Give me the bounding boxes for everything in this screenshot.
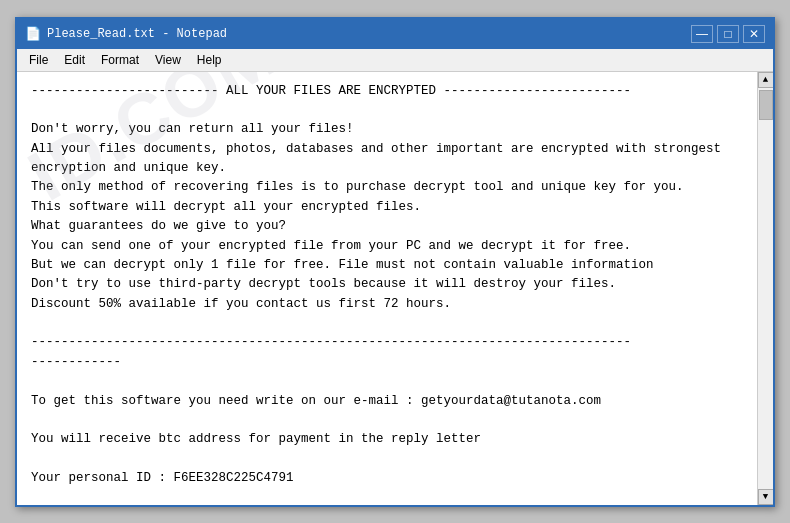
minimize-button[interactable]: — [691, 25, 713, 43]
scrollbar[interactable]: ▲ ▼ [757, 72, 773, 505]
title-bar-left: 📄 Please_Read.txt - Notepad [25, 26, 227, 42]
close-button[interactable]: ✕ [743, 25, 765, 43]
menu-edit[interactable]: Edit [56, 51, 93, 69]
scroll-thumb[interactable] [759, 90, 773, 120]
menu-help[interactable]: Help [189, 51, 230, 69]
menu-format[interactable]: Format [93, 51, 147, 69]
notepad-window: 📄 Please_Read.txt - Notepad — □ ✕ File E… [15, 17, 775, 507]
content-wrapper: ------------------------- ALL YOUR FILES… [17, 72, 757, 505]
app-icon: 📄 [25, 26, 41, 42]
maximize-button[interactable]: □ [717, 25, 739, 43]
menu-view[interactable]: View [147, 51, 189, 69]
menu-file[interactable]: File [21, 51, 56, 69]
title-bar: 📄 Please_Read.txt - Notepad — □ ✕ [17, 19, 773, 49]
window-controls: — □ ✕ [691, 25, 765, 43]
window-title: Please_Read.txt - Notepad [47, 27, 227, 41]
scroll-down-button[interactable]: ▼ [758, 489, 774, 505]
content-area: ------------------------- ALL YOUR FILES… [17, 72, 773, 505]
text-editor[interactable]: ------------------------- ALL YOUR FILES… [17, 72, 757, 505]
menu-bar: File Edit Format View Help [17, 49, 773, 72]
scroll-up-button[interactable]: ▲ [758, 72, 774, 88]
